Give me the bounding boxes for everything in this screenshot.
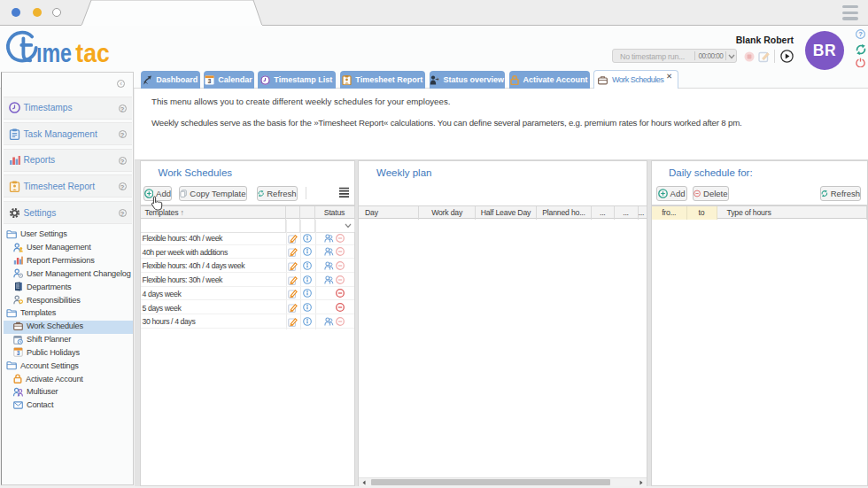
- svg-text:tac: tac: [75, 39, 110, 67]
- svg-text:3: 3: [17, 351, 20, 357]
- svg-text:?: ?: [858, 30, 863, 38]
- svg-text:3: 3: [208, 78, 212, 84]
- svg-text:ıme: ıme: [36, 38, 72, 67]
